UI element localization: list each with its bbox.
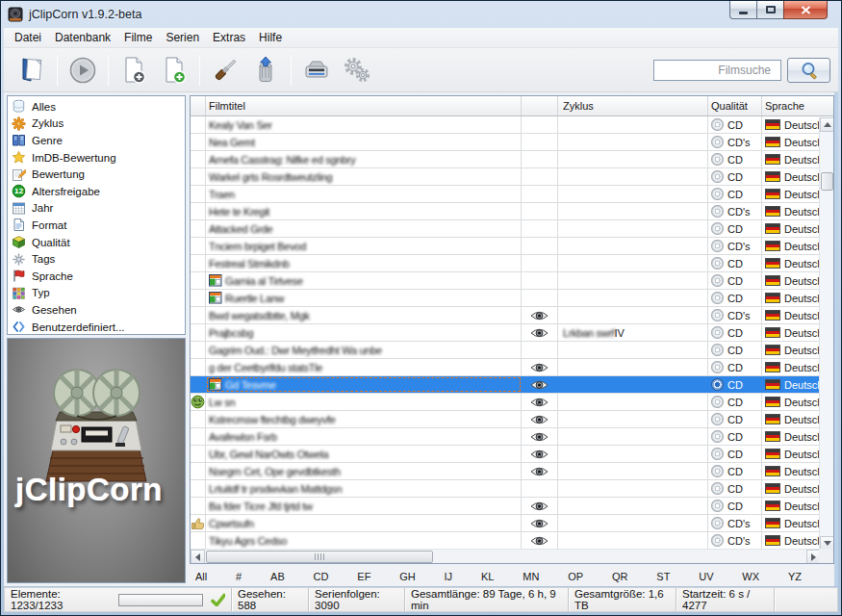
sidebar-item-bewertung[interactable]: Bewertung bbox=[8, 166, 185, 183]
sidebar-item-jahr[interactable]: Jahr bbox=[8, 200, 185, 218]
sidebar-item-typ[interactable]: Typ bbox=[8, 285, 185, 302]
table-row[interactable]: Cpwrtsufn CD's bbox=[191, 515, 833, 532]
table-row[interactable]: Arnefa Casstrag: Nifke ed sgnbry CD bbox=[191, 151, 833, 168]
table-row[interactable]: Festreal Stmikdnb CD bbox=[191, 255, 833, 272]
sidebar-item-alles[interactable]: Alles bbox=[8, 98, 185, 116]
german-flag-icon bbox=[765, 258, 780, 269]
settings-button[interactable] bbox=[340, 53, 374, 88]
vertical-scroll-thumb[interactable] bbox=[821, 172, 833, 191]
scroll-up-button[interactable] bbox=[820, 117, 834, 132]
alphabet-filter[interactable]: WX bbox=[742, 571, 759, 582]
alphabet-filter[interactable]: QR bbox=[612, 571, 628, 582]
table-row[interactable]: Gagrim Oud.: Dwr Meytfredht Wa unbe CD bbox=[191, 342, 833, 359]
table-row[interactable]: Garnia al Tirtvese CD bbox=[191, 272, 833, 290]
sidebar-item-qualitaet[interactable]: Qualität bbox=[8, 234, 185, 251]
alphabet-filter[interactable]: IJ bbox=[445, 571, 453, 582]
add-movie-button[interactable] bbox=[116, 53, 151, 88]
alphabet-filter[interactable]: KL bbox=[481, 571, 494, 582]
header-filmtitel[interactable]: Filmtitel bbox=[206, 96, 522, 116]
header-sprache[interactable]: Sprache bbox=[762, 96, 834, 116]
sidebar-item-genre[interactable]: Genre bbox=[8, 132, 185, 149]
table-row[interactable]: Kstrecmsw ftechtbg dweyvfe CD bbox=[191, 411, 833, 428]
search-input[interactable] bbox=[653, 60, 781, 81]
table-row[interactable]: Tnciem brpiget Bevod CD's bbox=[191, 238, 833, 255]
header-status[interactable] bbox=[191, 96, 206, 116]
alphabet-filter[interactable]: GH bbox=[399, 571, 416, 582]
menu-item[interactable]: Datenbank bbox=[48, 29, 117, 46]
table-row[interactable]: g der Ceetbyrlfdu statsTle CD bbox=[191, 359, 833, 376]
sidebar-item-zyklus[interactable]: Zyklus bbox=[8, 116, 185, 133]
new-database-button[interactable] bbox=[14, 53, 49, 88]
maximize-button[interactable] bbox=[757, 1, 783, 19]
play-button[interactable] bbox=[65, 53, 100, 88]
alphabet-filter[interactable]: # bbox=[236, 571, 242, 582]
film-title-obscured: Avafewlsn Fsrb bbox=[209, 431, 277, 443]
viewed-eye-icon bbox=[530, 535, 549, 547]
sidebar-item-altersfreigabe[interactable]: 12 Altersfreigabe bbox=[8, 183, 185, 200]
sidebar-item-imdb-bewertung[interactable]: ImDB-Bewertung bbox=[8, 149, 185, 167]
table-row[interactable]: Nsegrn Cet, Ope gevdbtkesth CD bbox=[191, 463, 833, 480]
sidebar-item-tags[interactable]: Tags bbox=[8, 250, 185, 268]
alphabet-filter[interactable]: MN bbox=[523, 571, 539, 582]
table-row[interactable]: Lw sn CD bbox=[191, 394, 833, 411]
sidebar-item-benutzerdefiniert[interactable]: Benutzerdefiniert... bbox=[8, 319, 185, 336]
sidebar-item-format[interactable]: Format bbox=[8, 217, 185, 234]
table-row[interactable]: Warkel grts Rosrdtweutzling CD bbox=[191, 168, 833, 186]
table-row[interactable]: Ruertle Lanw CD bbox=[191, 290, 833, 307]
export-drive-icon bbox=[301, 55, 332, 86]
header-qualitaet[interactable]: Qualität bbox=[708, 96, 762, 116]
menu-item[interactable]: Extras bbox=[206, 29, 252, 46]
horizontal-scrollbar[interactable] bbox=[191, 549, 821, 563]
menu-item[interactable]: Datei bbox=[8, 29, 48, 46]
film-title-obscured: Tikyu Agrs Cedso bbox=[209, 535, 287, 547]
german-flag-icon bbox=[765, 379, 780, 390]
alphabet-filter[interactable]: AB bbox=[270, 571, 285, 582]
minimize-icon bbox=[739, 12, 748, 14]
sidebar-item-sprache[interactable]: Sprache bbox=[8, 268, 185, 285]
table-row[interactable]: Bwd wegatsdbtte, Mgk CD's bbox=[191, 307, 833, 324]
menu-item[interactable]: Hilfe bbox=[252, 29, 289, 46]
delete-button[interactable] bbox=[248, 53, 283, 88]
table-row[interactable]: Ba fder Ticre Jfd tjrtd tw CD bbox=[191, 498, 833, 515]
german-flag-icon bbox=[765, 171, 780, 182]
table-row[interactable]: Attacked Grde CD bbox=[191, 220, 833, 238]
table-row[interactable]: Lrtuitdf tr prsdwvkan Mattdgsn CD bbox=[191, 480, 833, 498]
german-flag-icon bbox=[765, 466, 780, 476]
alphabet-filter[interactable]: YZ bbox=[788, 571, 802, 582]
menu-item[interactable]: Filme bbox=[117, 29, 159, 46]
sidebar-item-gesehen[interactable]: Gesehen bbox=[8, 301, 185, 319]
alphabet-filter[interactable]: CD bbox=[314, 571, 329, 582]
header-viewed[interactable] bbox=[522, 96, 558, 116]
alphabet-filter[interactable]: ST bbox=[656, 571, 670, 582]
add-series-button[interactable] bbox=[157, 53, 191, 88]
quality-label: CD bbox=[727, 119, 743, 131]
german-flag-icon bbox=[765, 500, 780, 511]
alphabet-filter[interactable]: OP bbox=[568, 571, 583, 582]
alphabet-filter[interactable]: All bbox=[195, 571, 207, 582]
close-button[interactable] bbox=[783, 1, 828, 19]
table-row[interactable]: Ubr, Gewl NarOwts Otwela CD bbox=[191, 446, 833, 463]
scroll-left-button[interactable] bbox=[191, 550, 205, 564]
table-row[interactable]: Gd Tesvme CD bbox=[191, 376, 833, 394]
titlebar[interactable]: jClipCorn v1.9.2-beta bbox=[1, 1, 841, 28]
tools-button[interactable] bbox=[208, 53, 242, 88]
quality-label: CD bbox=[727, 449, 743, 460]
table-row[interactable]: Prajbcsbg Lrkban swrf IV CD bbox=[191, 324, 833, 342]
header-zyklus[interactable]: Zyklus bbox=[558, 96, 708, 116]
menu-item[interactable]: Serien bbox=[159, 29, 206, 46]
export-button[interactable] bbox=[299, 53, 334, 88]
alphabet-filter[interactable]: EF bbox=[357, 571, 370, 582]
table-row[interactable]: Kealy Van Ser CD bbox=[191, 116, 833, 134]
table-row[interactable]: Hete te Kregit CD's bbox=[191, 203, 833, 220]
table-row[interactable]: Nea Gemt CD's bbox=[191, 134, 833, 151]
vertical-scrollbar[interactable] bbox=[819, 117, 833, 551]
content-area: Alles Zyklus Genre ImDB-Bewertung Bewert… bbox=[4, 92, 838, 586]
minimize-button[interactable] bbox=[729, 1, 757, 19]
table-row[interactable]: Avafewlsn Fsrb CD bbox=[191, 428, 833, 446]
thumb-grip bbox=[315, 553, 325, 560]
table-row[interactable]: Tikyu Agrs Cedso CD's bbox=[191, 532, 833, 550]
table-row[interactable]: Traen CD bbox=[191, 186, 833, 203]
search-button[interactable] bbox=[787, 58, 830, 83]
alphabet-filter[interactable]: UV bbox=[699, 571, 713, 582]
horizontal-scroll-thumb[interactable] bbox=[206, 551, 433, 563]
